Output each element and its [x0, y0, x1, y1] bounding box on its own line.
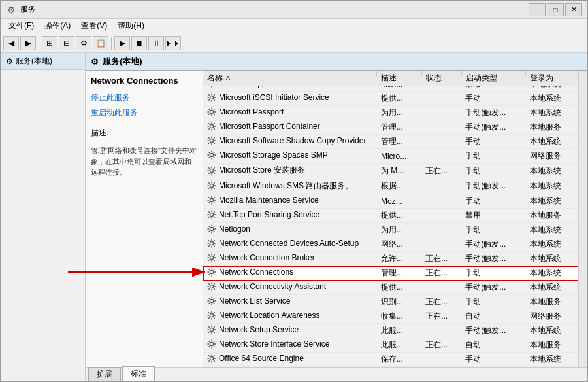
service-table-wrapper: 名称 ∧ 描述 状态 启动类型 登录为 Microsoft App-V Clie…	[203, 71, 587, 367]
right-panel: ⚙ 服务(本地) Network Connections 停止此服务 重启动此服…	[86, 53, 587, 381]
toolbar-btn-2[interactable]: ⊟	[59, 36, 74, 50]
toolbar-btn-stop[interactable]: ⏹	[131, 36, 147, 50]
table-row[interactable]: Network Connections管理...正在...手动本地系统	[203, 266, 578, 281]
service-desc: Micro...	[377, 149, 421, 164]
service-startup: 手动	[461, 92, 525, 106]
menu-item-查看v[interactable]: 查看(V)	[76, 19, 112, 33]
svg-point-14	[210, 285, 213, 288]
service-login: 本地系统	[526, 194, 578, 209]
service-desc: Moz...	[377, 194, 421, 209]
service-startup: 手动	[461, 353, 525, 367]
service-desc: 提供...	[377, 281, 421, 295]
service-login: 本地服务	[526, 209, 578, 223]
col-desc[interactable]: 描述	[377, 71, 421, 86]
table-row[interactable]: Network Connection Broker允许...正在...手动(触发…	[203, 252, 578, 266]
svg-point-11	[210, 241, 213, 245]
table-row[interactable]: Network Setup Service此服...手动(触发...本地系统	[203, 324, 578, 338]
table-row[interactable]: Office 64 Source Engine保存...手动本地系统	[203, 353, 578, 367]
table-row[interactable]: Mozilla Maintenance ServiceMoz...手动本地系统	[203, 194, 578, 209]
menu-item-帮助h[interactable]: 帮助(H)	[112, 19, 150, 33]
service-name: Microsoft Windows SMS 路由器服务。	[203, 179, 377, 194]
service-desc: 管理...	[377, 120, 421, 135]
service-name: Mozilla Maintenance Service	[203, 194, 377, 209]
service-name: Network Location Awareness	[203, 309, 377, 324]
table-row[interactable]: Microsoft Passport为用...手动(触发...本地系统	[203, 106, 578, 120]
toolbar-btn-4[interactable]: 📋	[93, 36, 108, 50]
service-status: 正在...	[421, 295, 461, 309]
table-row[interactable]: Network List Service识别...正在...手动本地服务	[203, 295, 578, 309]
service-desc: 提供...	[377, 92, 421, 106]
service-name: Microsoft Store 安装服务	[203, 164, 377, 179]
col-login[interactable]: 登录为	[526, 71, 578, 86]
table-row[interactable]: Network Location Awareness收集...正在...自动网络…	[203, 309, 578, 324]
service-desc: 保存...	[377, 353, 421, 367]
close-button[interactable]: ✕	[565, 3, 582, 16]
main-content: ⚙ 服务(本地) ⚙ 服务(本地) Network Connections 停止…	[1, 53, 587, 381]
service-startup: 手动(触发...	[461, 252, 525, 266]
svg-point-18	[210, 342, 213, 345]
service-desc: 收集...	[377, 309, 421, 324]
table-row[interactable]: Microsoft Windows SMS 路由器服务。根据...手动(触发..…	[203, 179, 578, 194]
service-status	[421, 353, 461, 367]
table-row[interactable]: Network Connectivity Assistant提供...手动(触发…	[203, 281, 578, 295]
left-panel: ⚙ 服务(本地)	[1, 53, 86, 381]
toolbar-btn-restart[interactable]: ⏵⏵	[165, 36, 181, 50]
table-row[interactable]: Netlogon为用...手动本地系统	[203, 223, 578, 237]
service-table-container[interactable]: 名称 ∧ 描述 状态 启动类型 登录为 Microsoft App-V Clie…	[203, 71, 578, 367]
service-status	[421, 281, 461, 295]
table-row[interactable]: Network Connected Devices Auto-Setup网络..…	[203, 237, 578, 252]
toolbar-btn-5[interactable]: ▶	[114, 36, 130, 50]
service-name: Office 64 Source Engine	[203, 353, 377, 367]
table-row[interactable]: Network Store Interface Service此服...正在..…	[203, 338, 578, 353]
service-desc: 提供...	[377, 209, 421, 223]
service-status	[421, 106, 461, 120]
svg-point-7	[210, 184, 213, 187]
table-row[interactable]: Microsoft Storage Spaces SMPMicro...手动网络…	[203, 149, 578, 164]
svg-point-9	[210, 213, 213, 216]
service-status: 正在...	[421, 338, 461, 353]
service-name: Microsoft iSCSI Initiator Service	[203, 92, 377, 106]
minimize-button[interactable]: ─	[529, 3, 546, 16]
table-row[interactable]: Net.Tcp Port Sharing Service提供...禁用本地服务	[203, 209, 578, 223]
service-table: 名称 ∧ 描述 状态 启动类型 登录为 Microsoft App-V Clie…	[203, 71, 578, 367]
back-button[interactable]: ◀	[3, 36, 19, 50]
table-row[interactable]: Microsoft Software Shadow Copy Provider管…	[203, 135, 578, 149]
service-status	[421, 92, 461, 106]
table-row[interactable]: Microsoft iSCSI Initiator Service提供...手动…	[203, 92, 578, 106]
svg-point-19	[210, 356, 213, 360]
tab-扩展[interactable]: 扩展	[88, 367, 121, 381]
menu-item-文件f[interactable]: 文件(F)	[3, 19, 39, 33]
forward-button[interactable]: ▶	[20, 36, 36, 50]
col-status[interactable]: 状态	[421, 71, 461, 86]
service-login: 本地系统	[526, 353, 578, 367]
stop-service-link[interactable]: 停止此服务	[91, 92, 197, 103]
svg-point-17	[210, 328, 213, 331]
toolbar-btn-1[interactable]: ⊞	[42, 36, 57, 50]
service-startup: 手动	[461, 149, 525, 164]
col-name[interactable]: 名称 ∧	[203, 71, 377, 86]
maximize-button[interactable]: □	[547, 3, 564, 16]
toolbar-btn-pause[interactable]: ⏸	[148, 36, 164, 50]
content-area: Network Connections 停止此服务 重启动此服务 描述: 管理"…	[86, 71, 587, 367]
svg-point-4	[210, 139, 213, 142]
service-login: 本地服务	[526, 338, 578, 353]
nav-icon: ⚙	[6, 57, 13, 66]
svg-point-5	[210, 153, 213, 156]
service-startup: 手动	[461, 194, 525, 209]
service-desc: 网络...	[377, 237, 421, 252]
table-row[interactable]: Microsoft Store 安装服务为 M...正在...手动本地系统	[203, 164, 578, 179]
svg-point-8	[210, 198, 213, 201]
service-login: 网络服务	[526, 309, 578, 324]
tab-标准[interactable]: 标准	[122, 366, 155, 381]
right-header-icon: ⚙	[91, 57, 99, 67]
col-startup[interactable]: 启动类型	[461, 71, 525, 86]
menu-item-操作a[interactable]: 操作(A)	[39, 19, 76, 33]
toolbar-btn-3[interactable]: ⚙	[76, 36, 91, 50]
toolbar: ◀ ▶ ⊞ ⊟ ⚙ 📋 ▶ ⏹ ⏸ ⏵⏵	[1, 33, 587, 53]
table-row[interactable]: Microsoft Passport Container管理...手动(触发..…	[203, 120, 578, 135]
scrollbar[interactable]	[578, 71, 587, 367]
title-bar: ⚙ 服务 ─ □ ✕	[1, 1, 587, 19]
detail-title: Network Connections	[91, 76, 197, 86]
left-nav-local-services[interactable]: ⚙ 服务(本地)	[1, 53, 85, 70]
restart-service-link[interactable]: 重启动此服务	[91, 107, 197, 118]
